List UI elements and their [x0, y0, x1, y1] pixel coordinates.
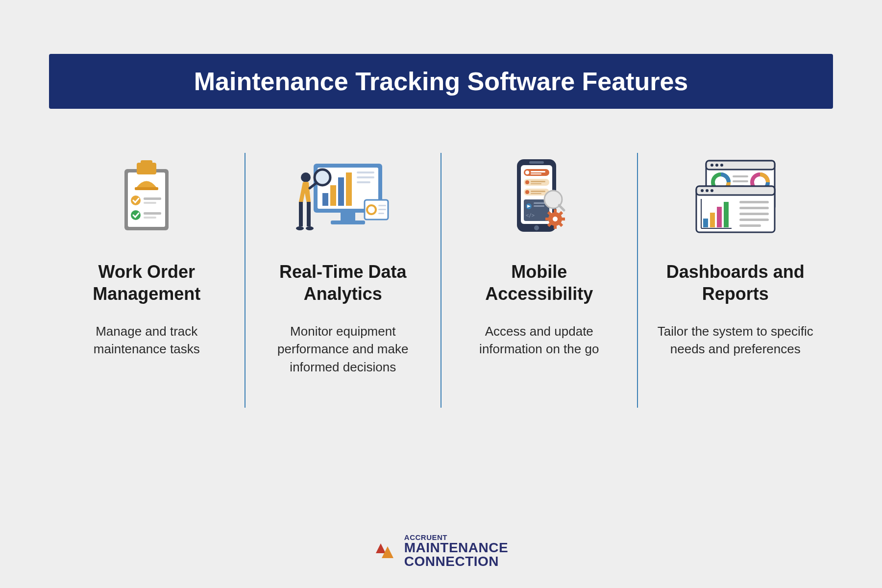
svg-rect-26 [378, 213, 384, 214]
svg-rect-18 [346, 172, 352, 206]
svg-rect-4 [135, 187, 158, 190]
clipboard-checklist-icon [117, 153, 176, 241]
svg-rect-17 [338, 177, 344, 206]
brand-line-1: MAINTENANCE [404, 541, 508, 555]
svg-rect-3 [141, 160, 152, 165]
svg-rect-86 [724, 202, 729, 227]
svg-point-71 [715, 164, 718, 167]
svg-rect-13 [341, 213, 355, 221]
svg-rect-62 [545, 218, 549, 220]
svg-point-27 [301, 172, 311, 182]
svg-point-37 [534, 225, 539, 230]
svg-point-39 [525, 171, 529, 174]
page-title: Maintenance Tracking Software Features [194, 67, 688, 96]
feature-work-order: Work Order Management Manage and track m… [49, 153, 245, 504]
svg-rect-36 [529, 161, 544, 164]
svg-text:</>: </> [526, 213, 535, 218]
svg-rect-83 [703, 219, 708, 227]
features-row: Work Order Management Manage and track m… [49, 153, 833, 504]
mobile-app-icon: </> [502, 153, 576, 241]
svg-point-43 [525, 180, 529, 184]
svg-rect-54 [534, 205, 544, 207]
svg-point-59 [553, 217, 558, 221]
feature-description: Manage and track maintenance tasks [64, 322, 230, 358]
svg-rect-91 [739, 213, 769, 215]
svg-rect-75 [733, 175, 748, 177]
feature-description: Monitor equipment performance and make i… [260, 322, 426, 376]
svg-rect-29 [307, 202, 311, 226]
svg-rect-49 [531, 193, 541, 194]
svg-rect-40 [531, 171, 545, 172]
svg-point-70 [710, 164, 713, 167]
svg-rect-61 [554, 225, 557, 229]
svg-rect-20 [357, 176, 374, 178]
dashboard-report-icon [686, 153, 784, 241]
svg-rect-24 [378, 205, 386, 206]
analytics-monitor-icon [294, 153, 392, 241]
svg-point-82 [710, 189, 713, 192]
feature-title: Real-Time Data Analytics [260, 261, 426, 305]
svg-rect-93 [739, 224, 761, 227]
svg-rect-7 [144, 202, 156, 204]
feature-analytics: Real-Time Data Analytics Monitor equipme… [245, 153, 441, 504]
svg-point-80 [701, 189, 704, 192]
svg-point-5 [131, 196, 141, 205]
svg-rect-21 [357, 181, 370, 183]
svg-rect-6 [144, 197, 161, 200]
svg-point-31 [306, 226, 314, 230]
feature-description: Tailor the system to specific needs and … [653, 322, 819, 358]
svg-line-57 [559, 205, 564, 210]
svg-point-72 [720, 164, 723, 167]
brand-line-2: CONNECTION [404, 555, 508, 568]
svg-rect-84 [710, 213, 715, 227]
feature-title: Work Order Management [64, 261, 230, 305]
svg-rect-45 [531, 183, 541, 184]
svg-rect-10 [144, 217, 156, 219]
svg-rect-63 [561, 218, 565, 220]
svg-rect-15 [322, 193, 328, 206]
svg-rect-60 [554, 209, 557, 213]
feature-title: Mobile Accessibility [456, 261, 622, 305]
feature-mobile: </> [441, 153, 637, 504]
feature-title: Dashboards and Reports [653, 261, 819, 305]
svg-point-47 [525, 190, 529, 194]
svg-rect-48 [531, 191, 545, 192]
svg-rect-19 [357, 172, 374, 173]
svg-rect-28 [299, 202, 303, 226]
svg-rect-25 [378, 209, 386, 210]
feature-dashboards: Dashboards and Reports Tailor the system… [638, 153, 833, 504]
svg-rect-44 [531, 181, 545, 182]
page-title-banner: Maintenance Tracking Software Features [49, 54, 833, 109]
brand-mark-icon [374, 539, 397, 563]
brand-text: ACCRUENT MAINTENANCE CONNECTION [404, 534, 508, 568]
svg-rect-14 [331, 220, 365, 224]
svg-rect-90 [739, 207, 769, 209]
svg-rect-16 [330, 185, 336, 206]
svg-point-33 [315, 170, 330, 185]
feature-description: Access and update information on the go [456, 322, 622, 358]
svg-rect-41 [531, 173, 541, 174]
svg-rect-85 [717, 207, 722, 227]
svg-point-81 [706, 189, 709, 192]
svg-point-8 [131, 210, 141, 220]
svg-rect-89 [739, 201, 769, 203]
svg-point-30 [296, 226, 304, 230]
svg-rect-92 [739, 219, 769, 221]
svg-rect-76 [733, 180, 748, 182]
brand-logo: ACCRUENT MAINTENANCE CONNECTION [374, 534, 508, 568]
svg-rect-9 [144, 212, 161, 215]
